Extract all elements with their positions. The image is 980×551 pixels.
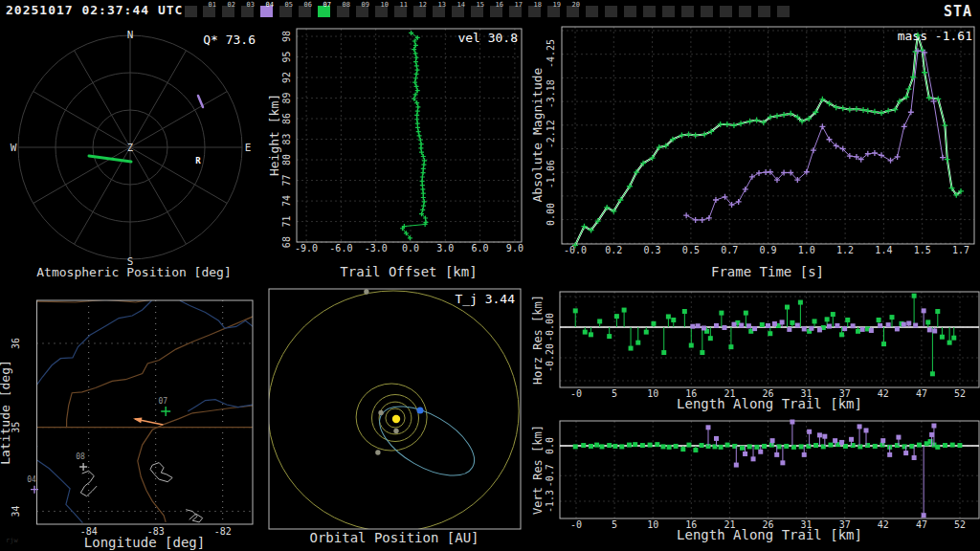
indicator-box-07[interactable]: 07 <box>318 6 330 17</box>
atmospheric-panel-title: Atmospheric Position [deg] <box>36 265 232 279</box>
city-outline <box>186 510 203 522</box>
trail-xtick: 0.0 <box>402 243 419 253</box>
indicator-box-14[interactable]: 14 <box>452 6 464 17</box>
earth-dot <box>416 407 423 413</box>
indicator-box-02[interactable]: 02 <box>222 6 234 17</box>
plots-canvas: NESWZRQ* 73.6Atmospheric Position [deg]-… <box>0 0 980 551</box>
indicator-box-19[interactable]: 19 <box>547 6 560 17</box>
indicator-box-01[interactable]: 01 <box>203 6 215 17</box>
mag-xtick: 1.0 <box>798 245 815 255</box>
arrowhead <box>133 417 142 423</box>
latitude-axis-label: Latitude [deg] <box>0 360 12 465</box>
res-xtick: -0 <box>570 388 582 399</box>
trail-offset-plot: -9.0-6.0-3.00.03.06.09.06871747780838689… <box>267 29 523 279</box>
indicator-box-blank-22[interactable] <box>605 6 617 17</box>
map-ytick: 34 <box>11 505 21 517</box>
horz-res-plot-axis-label: Horz Res [km] <box>531 295 545 385</box>
indicator-box-blank-26[interactable] <box>681 6 694 17</box>
meteoroid-orbit <box>368 392 485 490</box>
indicator-box-13[interactable]: 13 <box>433 6 445 17</box>
indicator-box-blank-30[interactable] <box>758 6 770 17</box>
station-label-04: 04 <box>27 475 36 484</box>
height-axis-label: Height [km] <box>267 94 281 176</box>
brightest-pixel-green-markers <box>572 33 964 249</box>
sun-dot <box>392 415 400 423</box>
trail-ytick: 95 <box>281 51 292 62</box>
q-value-badge: Q* 73.6 <box>203 33 256 47</box>
meteor-streak-purple <box>198 96 203 107</box>
indicator-box-blank-29[interactable] <box>739 6 751 17</box>
indicator-number: 02 <box>228 1 235 9</box>
indicator-number: 15 <box>477 1 484 9</box>
trail-ytick: 98 <box>281 31 292 42</box>
indicator-box-16[interactable]: 16 <box>490 6 502 17</box>
horz-res-plot-xlabel: Length Along Trail [km] <box>677 396 862 411</box>
indicator-box-18[interactable]: 18 <box>528 6 541 17</box>
mag-ytick: -4.25 <box>546 39 556 68</box>
indicator-box-10[interactable]: 10 <box>375 6 388 17</box>
indicator-box-blank-0[interactable] <box>185 6 197 17</box>
indicator-box-blank-27[interactable] <box>701 6 713 17</box>
mars-orbit <box>356 384 427 451</box>
city-outline <box>80 471 97 496</box>
trail-offset-axis-label: Trail Offset [km] <box>340 264 477 279</box>
indicator-number: 03 <box>247 1 255 9</box>
indicator-box-15[interactable]: 15 <box>471 6 483 17</box>
indicator-box-blank-23[interactable] <box>624 6 636 17</box>
velocity-badge: vel 30.8 <box>457 31 518 45</box>
orbit-drawing <box>268 289 519 532</box>
indicator-number: 10 <box>381 1 389 9</box>
indicator-number: 16 <box>496 1 503 9</box>
indicator-box-03[interactable]: 03 <box>241 6 254 17</box>
trail-ytick: 74 <box>281 195 292 207</box>
second-station-purple-markers <box>683 48 946 223</box>
res-ytick: 0.0 <box>545 437 555 454</box>
compass-west-label: W <box>11 142 17 154</box>
res-xtick: 10 <box>647 388 658 399</box>
map-ytick: 36 <box>11 338 21 349</box>
mag-xtick: 1.2 <box>836 245 854 255</box>
indicator-box-blank-28[interactable] <box>720 6 732 17</box>
mag-ytick: -1.06 <box>546 160 556 188</box>
horz-res-plot: -05101621263137424752-0.00-0.20Horz Res … <box>531 292 979 411</box>
indicator-box-08[interactable]: 08 <box>337 6 349 17</box>
meteor-station-app: NESWZRQ* 73.6Atmospheric Position [deg]-… <box>0 0 980 551</box>
mag-xtick: 0.2 <box>605 245 622 255</box>
indicator-box-04[interactable]: 04 <box>260 6 273 17</box>
indicator-number: 19 <box>553 1 561 9</box>
station-indicator-row: 0102030405060708091011121314151617181920 <box>0 0 861 23</box>
tisserand-badge: T_j 3.44 <box>455 292 515 306</box>
indicator-box-blank-24[interactable] <box>643 6 656 17</box>
indicator-number: 14 <box>457 1 465 9</box>
indicator-box-12[interactable]: 12 <box>413 6 426 17</box>
indicator-box-05[interactable]: 05 <box>279 6 292 17</box>
city-outline <box>150 463 172 482</box>
state-border-line <box>37 293 183 302</box>
mag-xtick: 0.9 <box>759 245 776 255</box>
horz-res-green <box>573 294 957 377</box>
compass-north-label: N <box>127 29 134 41</box>
indicator-box-17[interactable]: 17 <box>509 6 522 17</box>
indicator-box-blank-21[interactable] <box>586 6 598 17</box>
indicator-box-20[interactable]: 20 <box>567 6 579 17</box>
mag-ytick: -2.12 <box>546 120 556 148</box>
indicator-box-blank-25[interactable] <box>662 6 675 17</box>
trail-xtick: -3.0 <box>365 243 388 253</box>
indicator-number: 12 <box>419 1 427 9</box>
indicator-box-06[interactable]: 06 <box>299 6 311 17</box>
top-status-bar: 20251017 02:37:44 UTC 010203040506070809… <box>0 0 980 23</box>
indicator-box-11[interactable]: 11 <box>394 6 407 17</box>
orbital-panel-title: Orbital Position [AU] <box>309 530 479 545</box>
trail-ytick: 92 <box>281 72 292 83</box>
state-border-line <box>163 406 254 425</box>
res-xtick: 52 <box>954 388 966 399</box>
light-curve-plot: -0.00.20.30.50.70.91.01.21.41.51.70.00-1… <box>530 27 974 279</box>
watermark-text: rjw <box>6 537 18 544</box>
indicator-box-09[interactable]: 09 <box>356 6 368 17</box>
indicator-box-blank-31[interactable] <box>777 6 790 17</box>
trail-xtick: 6.0 <box>472 243 489 253</box>
trail-ytick: 86 <box>281 113 292 124</box>
compass-east-label: E <box>245 142 252 154</box>
mag-xtick: 0.3 <box>644 245 661 255</box>
trail-xtick: 9.0 <box>506 243 523 253</box>
